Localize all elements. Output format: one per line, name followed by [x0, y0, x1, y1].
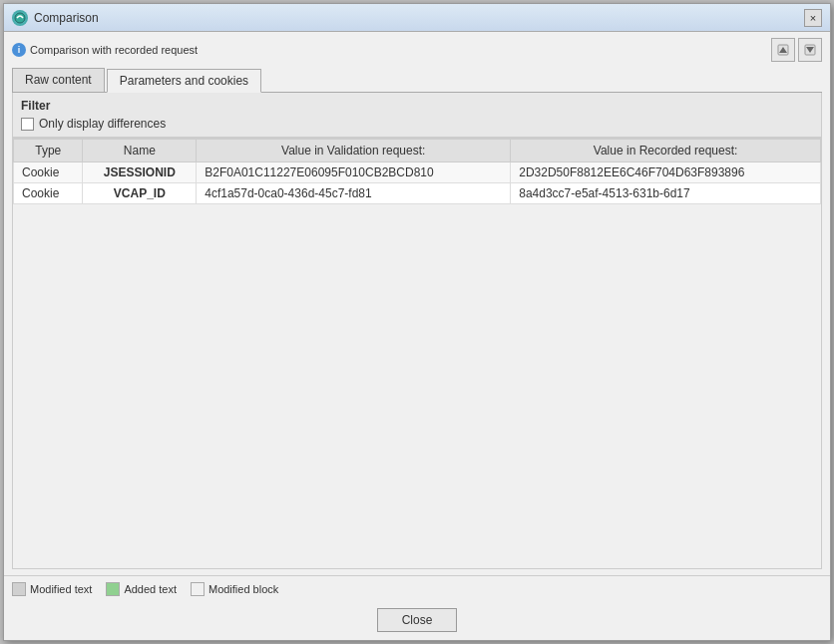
added-text-color — [106, 582, 120, 596]
cell-name: VCAP_ID — [83, 183, 197, 204]
cell-type: Cookie — [14, 183, 83, 204]
modified-block-color — [191, 582, 205, 596]
tabs-container: Raw content Parameters and cookies — [12, 68, 822, 93]
close-window-button[interactable]: × — [804, 9, 822, 27]
dialog-body: i Comparison with recorded request — [4, 32, 830, 575]
comparison-dialog: Comparison × i Comparison with recorded … — [3, 3, 831, 641]
only-differences-checkbox[interactable] — [21, 118, 34, 131]
filter-row: Only display differences — [21, 117, 813, 131]
col-recorded: Value in Recorded request: — [511, 140, 821, 162]
cell-type: Cookie — [14, 162, 83, 183]
comparison-info: i Comparison with recorded request — [12, 43, 198, 57]
dialog-title: Comparison — [34, 11, 99, 25]
app-icon — [12, 10, 28, 26]
scroll-down-button[interactable] — [798, 38, 822, 62]
col-type: Type — [14, 140, 83, 162]
table-header-row: Type Name Value in Validation request: V… — [14, 140, 821, 162]
table-row: Cookie VCAP_ID 4cf1a57d-0ca0-436d-45c7-f… — [14, 183, 821, 204]
filter-bar: Filter Only display differences — [12, 93, 822, 138]
legend-modified-block-label: Modified block — [208, 583, 278, 595]
comparison-table: Type Name Value in Validation request: V… — [13, 139, 821, 204]
only-differences-label: Only display differences — [39, 117, 166, 131]
legend-added-text: Added text — [106, 582, 177, 596]
cell-value-recorded: 2D32D50F8812EE6C46F704D63F893896 — [511, 162, 821, 183]
footer-buttons: Close — [4, 602, 830, 640]
legend-modified-text: Modified text — [12, 582, 92, 596]
tab-raw-content[interactable]: Raw content — [12, 68, 105, 92]
cell-value-validation: 4cf1a57d-0ca0-436d-45c7-fd81 — [197, 183, 511, 204]
scroll-up-button[interactable] — [771, 38, 795, 62]
info-icon: i — [12, 43, 26, 57]
modified-text-color — [12, 582, 26, 596]
cell-name: JSESSIONID — [83, 162, 197, 183]
tab-parameters-cookies[interactable]: Parameters and cookies — [107, 69, 261, 93]
filter-label: Filter — [21, 99, 813, 113]
comparison-info-text: Comparison with recorded request — [30, 44, 198, 56]
close-button[interactable]: Close — [377, 608, 458, 632]
col-name: Name — [83, 140, 197, 162]
cell-value-validation: B2F0A01C11227E06095F010CB2BCD810 — [197, 162, 511, 183]
footer-legend: Modified text Added text Modified block — [4, 575, 830, 602]
title-bar-left: Comparison — [12, 10, 99, 26]
legend-modified-text-label: Modified text — [30, 583, 92, 595]
title-bar: Comparison × — [4, 4, 830, 32]
toolbar-icons — [771, 38, 822, 62]
comparison-header: i Comparison with recorded request — [12, 38, 822, 62]
table-row: Cookie JSESSIONID B2F0A01C11227E06095F01… — [14, 162, 821, 183]
table-container: Type Name Value in Validation request: V… — [12, 138, 822, 569]
col-validation: Value in Validation request: — [197, 140, 511, 162]
legend-modified-block: Modified block — [191, 582, 278, 596]
cell-value-recorded: 8a4d3cc7-e5af-4513-631b-6d17 — [511, 183, 821, 204]
svg-point-0 — [15, 13, 25, 23]
legend-added-text-label: Added text — [124, 583, 177, 595]
